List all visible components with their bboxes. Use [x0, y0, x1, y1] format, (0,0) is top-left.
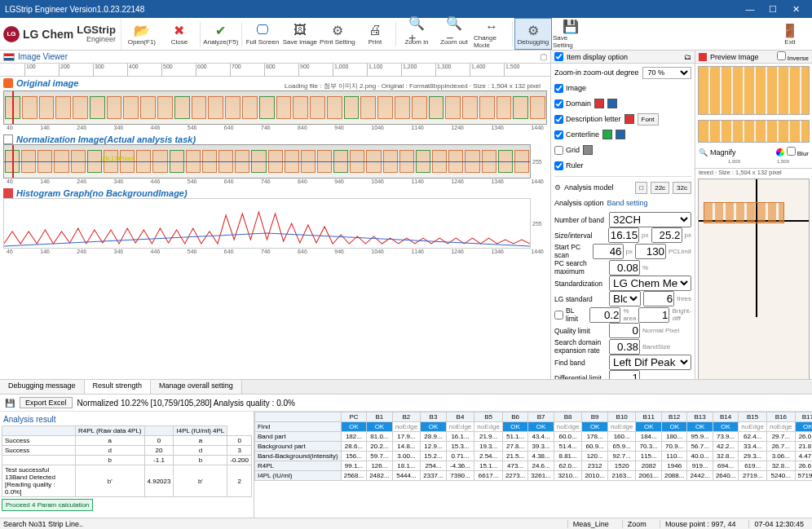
- printsetting-button[interactable]: ⚙Print Setting: [319, 18, 356, 50]
- field-input[interactable]: [609, 260, 640, 276]
- item-display-toggle[interactable]: [554, 52, 563, 61]
- table-row: Successd20d3: [2, 446, 252, 456]
- axis-tick: 846: [298, 249, 307, 257]
- bottom-tab-0[interactable]: Debugging message: [0, 380, 85, 394]
- preview-thumbnail-1[interactable]: [698, 66, 810, 115]
- model-btn-1[interactable]: □: [635, 182, 647, 194]
- field-unit-2: PCLimit: [669, 248, 691, 255]
- window-minimize-button[interactable]: —: [739, 1, 761, 17]
- image-checkbox[interactable]: [554, 84, 563, 93]
- fullscreen-button[interactable]: 🖵Full Screen: [244, 18, 281, 50]
- field-select[interactable]: Block 2+20: [609, 291, 641, 306]
- field-label: Number of band: [554, 216, 607, 224]
- export-excel-button[interactable]: Export Excel: [20, 397, 73, 408]
- inverse-checkbox[interactable]: [777, 51, 786, 60]
- centerline-color-1[interactable]: [602, 130, 612, 139]
- domain-checkbox[interactable]: [554, 99, 563, 108]
- axis-tick: 1246: [451, 179, 464, 187]
- band-marker: [225, 96, 241, 119]
- original-strip-image[interactable]: [3, 90, 547, 125]
- domain-color-2[interactable]: [607, 99, 617, 108]
- band-marker: [293, 96, 308, 119]
- domain-color-1[interactable]: [594, 99, 604, 108]
- zoomout-button[interactable]: 🔍−Zoom out: [435, 18, 473, 50]
- normalization-strip-image[interactable]: 20.17Pixel: [3, 144, 531, 179]
- debugging-button[interactable]: ⚙Debugging: [514, 18, 552, 50]
- font-button[interactable]: Font: [638, 113, 659, 126]
- window-close-button[interactable]: ✕: [784, 1, 807, 17]
- dt-cell: 14.8...: [392, 442, 421, 452]
- field-input[interactable]: [593, 244, 624, 259]
- field-input-2[interactable]: [643, 291, 674, 306]
- field-input-2[interactable]: [651, 227, 682, 243]
- field-select[interactable]: Left Dif Peak + Right Dif Peak: [609, 355, 691, 370]
- item-display-title: Item display option: [567, 53, 628, 61]
- changemode-button[interactable]: ↔Change Mode: [473, 18, 510, 50]
- bottom-tab-2[interactable]: Manage overall setting: [151, 380, 242, 394]
- dt-col-header: B6: [502, 412, 527, 422]
- centerline-checkbox[interactable]: [554, 130, 563, 139]
- toggle-icon[interactable]: ▢: [540, 52, 547, 61]
- saveimage-button[interactable]: 🖼Save image: [281, 18, 319, 50]
- dt-col-header: B14: [713, 412, 738, 422]
- palette-icon[interactable]: 🗂: [684, 53, 691, 61]
- description-checkbox[interactable]: [554, 115, 563, 124]
- field-input-2[interactable]: [635, 244, 666, 259]
- ruler-checkbox[interactable]: [554, 161, 563, 170]
- magnify-view[interactable]: [698, 179, 810, 410]
- axis-tick: 1446: [531, 179, 544, 187]
- field-input[interactable]: [608, 227, 639, 243]
- field-unit: BandSize: [642, 343, 670, 350]
- savesetting-button[interactable]: 💾Save Setting: [552, 18, 589, 50]
- field-input-2[interactable]: [638, 307, 669, 323]
- grid-checkbox[interactable]: [554, 146, 563, 155]
- field-input[interactable]: [609, 339, 640, 355]
- field-unit: px: [626, 248, 633, 255]
- field-select[interactable]: 32CH: [609, 212, 691, 227]
- top-ruler: 1002003004005006007008009001,0001,1001,2…: [0, 64, 550, 77]
- zoomout-icon: 🔍−: [446, 22, 462, 38]
- blur-checkbox[interactable]: [787, 147, 796, 156]
- zoomout-label: Zoom out: [440, 38, 468, 46]
- dt-cell: 24.6...: [528, 461, 554, 471]
- dt-cell: OK: [502, 422, 527, 432]
- field-input[interactable]: [589, 307, 620, 323]
- analysis-field-row: LG standardBlock 2+20thres: [554, 291, 691, 306]
- open-button[interactable]: 📂Open(F1): [123, 18, 161, 50]
- magnify-icon: 🔍: [699, 148, 708, 156]
- grid-color[interactable]: [583, 145, 593, 155]
- save-small-icon[interactable]: 💾: [5, 399, 15, 408]
- dt-cell: 3.00...: [392, 452, 421, 461]
- histogram-graph[interactable]: [3, 198, 531, 249]
- band-marker: [208, 96, 223, 119]
- print-button[interactable]: 🖨Print: [356, 18, 394, 50]
- dt-cell: 115...: [636, 452, 661, 461]
- close-button[interactable]: ✖Close: [161, 18, 198, 50]
- analyze-button[interactable]: ✔Analyze(F5): [202, 18, 240, 50]
- field-checkbox[interactable]: [554, 311, 563, 320]
- model-btn-22c[interactable]: 22c: [651, 182, 669, 194]
- bottom-tab-1[interactable]: Result strength: [85, 380, 152, 394]
- centerline-color-2[interactable]: [616, 130, 625, 139]
- dt-cell: 2640...: [713, 471, 738, 481]
- exit-button[interactable]: 🚪 Exit: [771, 18, 809, 50]
- band-marker: [412, 96, 427, 119]
- desc-color[interactable]: [624, 114, 634, 124]
- model-btn-32c[interactable]: 32c: [673, 182, 691, 194]
- dt-cell: 5240...: [766, 471, 795, 481]
- field-select[interactable]: LG Chem Method: [609, 276, 691, 291]
- lt-cell: b': [174, 465, 227, 497]
- normalized-info: Normalized 10.22% [10,759/105,280] Analy…: [77, 399, 295, 408]
- axis-tick: 346: [113, 179, 123, 187]
- table-row: Test successful 13Band Detected [Reading…: [2, 465, 252, 497]
- preview-thumbnail-2[interactable]: [698, 120, 810, 143]
- dt-cell: 3261...: [528, 471, 554, 481]
- zoom-degree-select[interactable]: 70 %: [642, 67, 691, 79]
- proceed-4param-button[interactable]: Proceed 4 Param calculation: [2, 499, 93, 511]
- zoomin-button[interactable]: 🔍+Zoom in: [398, 18, 435, 50]
- color-wheel-icon[interactable]: [776, 148, 784, 156]
- field-input[interactable]: [609, 323, 640, 338]
- window-maximize-button[interactable]: ☐: [761, 1, 784, 17]
- pixel-annotation: 20.17Pixel: [102, 155, 134, 162]
- original-title: Original image: [16, 78, 78, 88]
